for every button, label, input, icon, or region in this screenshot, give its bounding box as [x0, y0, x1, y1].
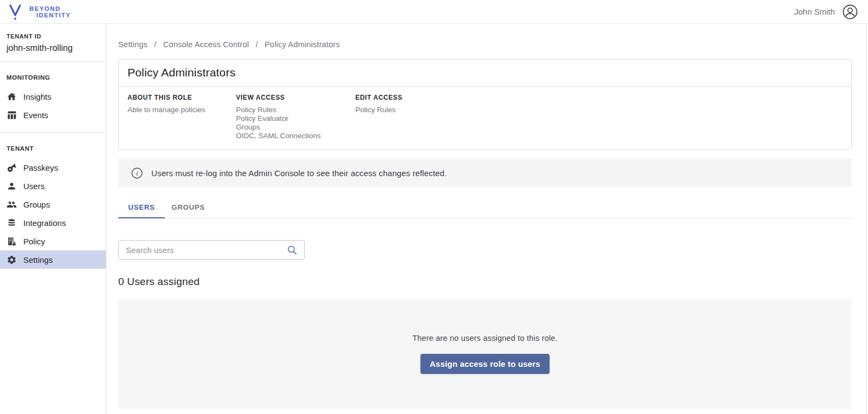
- people-icon: [7, 199, 17, 210]
- sidebar-item-settings[interactable]: Settings: [0, 250, 106, 269]
- empty-state: There are no users assigned to this role…: [118, 299, 852, 409]
- tab-users[interactable]: USERS: [118, 199, 165, 218]
- sidebar-item-label: Users: [23, 182, 44, 191]
- breadcrumb-settings[interactable]: Settings: [118, 40, 148, 49]
- svg-text:i: i: [136, 170, 138, 177]
- empty-state-message: There are no users assigned to this role…: [412, 334, 558, 342]
- tenant-nav: Passkeys Users Groups Integrations: [0, 158, 106, 269]
- breadcrumb-separator: /: [154, 40, 156, 49]
- info-banner: i Users must re-log into the Admin Conso…: [118, 158, 852, 187]
- column-line: Groups: [236, 123, 355, 132]
- sidebar-divider: [0, 61, 106, 62]
- sidebar-item-passkeys[interactable]: Passkeys: [0, 158, 106, 177]
- breadcrumb-policy-administrators: Policy Administrators: [265, 40, 340, 49]
- sidebar-item-integrations[interactable]: Integrations: [0, 214, 106, 232]
- account-avatar-icon[interactable]: [842, 4, 858, 20]
- monitoring-nav: Insights Events: [0, 87, 106, 124]
- sidebar-item-label: Integrations: [23, 218, 66, 228]
- gear-icon: [7, 255, 17, 265]
- edit-access-column: EDIT ACCESS Policy Rules: [355, 94, 843, 140]
- tabs: USERS GROUPS: [118, 199, 852, 218]
- sidebar-item-label: Insights: [23, 92, 52, 101]
- topbar-right: John Smith: [794, 4, 858, 20]
- brand-line1: BEYOND: [29, 6, 71, 12]
- column-line: Policy Evaluator: [236, 114, 355, 123]
- role-details: ABOUT THIS ROLE Able to manage policies …: [119, 87, 851, 149]
- sidebar-item-insights[interactable]: Insights: [0, 87, 106, 106]
- search-box: [118, 240, 305, 260]
- brand-name: BEYOND IDENTITY: [29, 5, 71, 19]
- brand-line2: IDENTITY: [36, 12, 71, 19]
- main-content: Settings / Console Access Control / Poli…: [106, 24, 868, 413]
- top-bar: BEYOND IDENTITY John Smith: [0, 0, 868, 24]
- key-icon: [7, 163, 17, 173]
- sidebar: TENANT ID john-smith-rolling MONITORING …: [0, 24, 106, 413]
- sidebar-item-label: Passkeys: [23, 163, 58, 172]
- section-label-monitoring: MONITORING: [0, 74, 106, 81]
- column-header: EDIT ACCESS: [355, 94, 843, 101]
- sidebar-item-groups[interactable]: Groups: [0, 195, 106, 214]
- view-access-column: VIEW ACCESS Policy Rules Policy Evaluato…: [236, 94, 355, 140]
- sidebar-item-policy[interactable]: Policy: [0, 232, 106, 250]
- user-name: John Smith: [794, 7, 835, 16]
- breadcrumb-console-access-control[interactable]: Console Access Control: [163, 40, 249, 49]
- section-label-tenant: TENANT: [0, 145, 106, 152]
- database-icon: [7, 218, 17, 228]
- search-input[interactable]: [126, 245, 287, 255]
- sidebar-divider: [0, 132, 106, 133]
- assigned-count: 0 Users assigned: [118, 276, 852, 288]
- breadcrumb: Settings / Console Access Control / Poli…: [118, 40, 852, 49]
- page-title: Policy Administrators: [119, 60, 851, 87]
- sidebar-item-label: Groups: [23, 200, 50, 209]
- breadcrumb-separator: /: [256, 40, 258, 49]
- role-card: Policy Administrators ABOUT THIS ROLE Ab…: [118, 59, 852, 150]
- sidebar-item-label: Settings: [23, 255, 53, 264]
- tenant-id-label: TENANT ID: [7, 33, 99, 40]
- sidebar-item-label: Policy: [23, 237, 45, 246]
- table-icon: [7, 110, 17, 120]
- column-line: Policy Rules: [236, 106, 355, 114]
- column-header: VIEW ACCESS: [236, 94, 355, 101]
- column-header: ABOUT THIS ROLE: [127, 94, 236, 101]
- sidebar-item-events[interactable]: Events: [0, 106, 106, 124]
- search-icon[interactable]: [287, 245, 297, 255]
- info-banner-text: Users must re-log into the Admin Console…: [151, 169, 447, 178]
- policy-icon: [7, 236, 17, 247]
- column-line: Policy Rules: [355, 106, 843, 114]
- tab-groups[interactable]: GROUPS: [165, 199, 212, 218]
- sidebar-item-users[interactable]: Users: [0, 177, 106, 195]
- brand-mark-icon: [9, 4, 23, 21]
- brand-logo[interactable]: BEYOND IDENTITY: [9, 3, 71, 21]
- assign-access-role-button[interactable]: Assign access role to users: [420, 354, 550, 374]
- column-line: Able to manage policies: [127, 106, 236, 114]
- home-icon: [7, 92, 17, 102]
- column-line: OIDC, SAML Connections: [236, 132, 355, 140]
- person-icon: [7, 181, 17, 191]
- sidebar-item-label: Events: [23, 111, 48, 120]
- info-icon: i: [131, 167, 143, 179]
- about-this-role-column: ABOUT THIS ROLE Able to manage policies: [127, 94, 236, 140]
- tenant-id-block: TENANT ID john-smith-rolling: [0, 33, 106, 53]
- page-right-border: [866, 24, 867, 414]
- tenant-id-value: john-smith-rolling: [7, 43, 99, 53]
